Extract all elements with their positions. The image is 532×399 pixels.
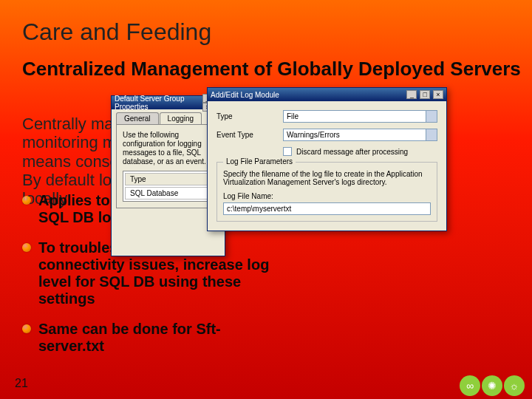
- event-value: Warnings/Errors: [287, 131, 340, 139]
- type-label: Type: [216, 112, 283, 120]
- group-legend: Log File Parameters: [223, 157, 296, 166]
- window-title: Default Server Group Properties: [115, 95, 202, 111]
- tab-logging[interactable]: Logging: [160, 112, 202, 124]
- log-file-name-input[interactable]: c:\temp\myservertxt: [223, 202, 431, 215]
- dialog-body: Type File Event Type Warnings/Errors Dis…: [208, 101, 446, 231]
- type-value: File: [287, 112, 299, 120]
- event-select[interactable]: Warnings/Errors: [283, 129, 437, 141]
- add-edit-log-module-dialog: Add/Edit Log Module _ □ × Type File Even…: [207, 87, 447, 231]
- badge-icon: ✺: [482, 375, 502, 396]
- group-help: Specify the filename of the log file to …: [223, 170, 431, 186]
- table-row[interactable]: SQL Database: [125, 187, 211, 200]
- discard-checkbox[interactable]: [283, 147, 292, 156]
- badge-icon: ∞: [460, 375, 480, 396]
- close-button[interactable]: ×: [433, 90, 443, 99]
- discard-label: Discard message after processing: [296, 148, 408, 156]
- event-label: Event Type: [216, 131, 283, 139]
- panel-intro: Use the following configuration for logg…: [123, 131, 214, 166]
- tab-row: General Logging: [116, 112, 220, 124]
- log-file-parameters-group: Log File Parameters Specify the filename…: [216, 162, 437, 222]
- minimize-button[interactable]: _: [406, 90, 417, 99]
- maximize-button[interactable]: □: [420, 90, 430, 99]
- window-buttons: _ □ ×: [406, 90, 443, 99]
- window-title: Add/Edit Log Module: [211, 91, 279, 99]
- slide-subtitle: Centralized Management of Globally Deplo…: [22, 58, 521, 81]
- titlebar[interactable]: Add/Edit Log Module _ □ ×: [208, 88, 446, 101]
- type-select[interactable]: File: [283, 110, 437, 123]
- log-file-name-value: c:\temp\myservertxt: [227, 205, 291, 213]
- badge-icon: ☼: [504, 375, 525, 396]
- log-type-table[interactable]: Type SQL Database: [123, 171, 214, 202]
- tab-general[interactable]: General: [116, 112, 159, 124]
- file-label: Log File Name:: [223, 192, 431, 200]
- bullet-item: Same can be done for Sft-server.txt: [22, 321, 281, 355]
- logging-panel: Use the following configuration for logg…: [116, 124, 220, 208]
- slide-number: 21: [15, 377, 28, 390]
- corner-badges: ∞ ✺ ☼: [460, 375, 525, 396]
- slide-title: Care and Feeding: [22, 18, 211, 46]
- table-header: Type: [125, 173, 211, 185]
